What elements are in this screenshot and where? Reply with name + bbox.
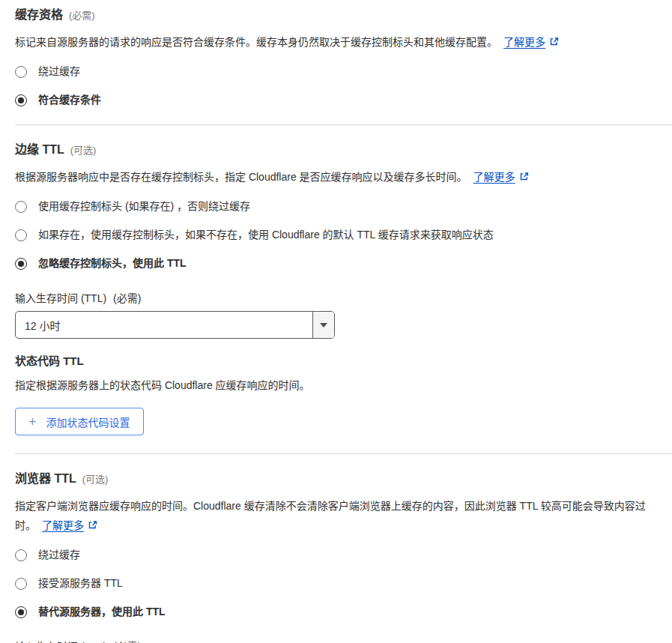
radio-option-cache-control-or-default-ttl[interactable]: 如果存在，使用缓存控制标头，如果不存在，使用 Cloudflare 的默认 TT… bbox=[15, 229, 660, 241]
radio-label: 替代源服务器，使用此 TTL bbox=[38, 606, 166, 618]
section-title-cache-eligibility: 缓存资格 bbox=[15, 4, 63, 22]
section-cache-eligibility: 缓存资格 (必需) 标记来自源服务器的请求的响应是否符合缓存条件。缓存本身仍然取… bbox=[15, 4, 660, 106]
section-title-browser-ttl: 浏览器 TTL bbox=[15, 468, 76, 486]
radio-label: 如果存在，使用缓存控制标头，如果不存在，使用 Cloudflare 的默认 TT… bbox=[38, 229, 494, 241]
optional-badge: (可选) bbox=[82, 471, 109, 486]
chevron-down-icon[interactable] bbox=[312, 312, 334, 338]
learn-more-link[interactable]: 了解更多 bbox=[42, 519, 84, 531]
radio-icon-selected[interactable] bbox=[15, 258, 27, 270]
section-description: 标记来自源服务器的请求的响应是否符合缓存条件。缓存本身仍然取决于缓存控制标头和其… bbox=[15, 32, 660, 52]
radio-icon-selected[interactable] bbox=[15, 606, 27, 618]
section-edge-ttl: 边缘 TTL (可选) 根据源服务器响应中是否存在缓存控制标头，指定 Cloud… bbox=[15, 139, 660, 435]
learn-more-link[interactable]: 了解更多 bbox=[473, 171, 515, 183]
radio-label: 符合缓存条件 bbox=[38, 94, 101, 106]
radio-icon-selected[interactable] bbox=[15, 94, 27, 106]
section-description: 根据源服务器响应中是否存在缓存控制标头，指定 Cloudflare 是否应缓存响… bbox=[15, 167, 660, 187]
description-text: 标记来自源服务器的请求的响应是否符合缓存条件。缓存本身仍然取决于缓存控制标头和其… bbox=[15, 36, 497, 48]
plus-icon: + bbox=[28, 415, 37, 429]
section-description: 指定客户端浏览器应缓存响应的时间。Cloudflare 缓存清除不会清除客户端浏… bbox=[15, 496, 660, 536]
edge-ttl-select[interactable]: 12 小时 bbox=[15, 311, 335, 339]
ttl-required-text: (必需) bbox=[113, 292, 141, 304]
description-text: 指定客户端浏览器应缓存响应的时间。Cloudflare 缓存清除不会清除客户端浏… bbox=[15, 500, 646, 531]
required-badge: (必需) bbox=[69, 7, 95, 22]
radio-icon[interactable] bbox=[15, 549, 27, 561]
radio-option-respect-cache-control[interactable]: 使用缓存控制标头 (如果存在) ，否则绕过缓存 bbox=[15, 200, 660, 213]
description-text: 根据源服务器响应中是否存在缓存控制标头，指定 Cloudflare 是否应缓存响… bbox=[15, 171, 467, 183]
radio-icon[interactable] bbox=[15, 66, 27, 78]
radio-icon[interactable] bbox=[15, 229, 27, 241]
external-link-icon bbox=[549, 33, 559, 52]
add-status-code-button-label: 添加状态代码设置 bbox=[46, 414, 130, 429]
add-status-code-button[interactable]: + 添加状态代码设置 bbox=[15, 408, 144, 435]
radio-option-bypass-cache[interactable]: 绕过缓存 bbox=[15, 65, 660, 78]
browser-ttl-input-label: 输入生存时间 (TTL)(必需) bbox=[15, 639, 660, 643]
radio-label: 绕过缓存 bbox=[38, 65, 80, 78]
radio-label: 绕过缓存 bbox=[38, 549, 80, 561]
section-title-edge-ttl: 边缘 TTL bbox=[15, 139, 64, 157]
radio-label: 忽略缓存控制标头，使用此 TTL bbox=[38, 257, 187, 270]
optional-badge: (可选) bbox=[70, 142, 97, 157]
radio-option-override-origin-use-ttl[interactable]: 替代源服务器，使用此 TTL bbox=[15, 606, 660, 618]
radio-option-bypass-cache[interactable]: 绕过缓存 bbox=[15, 549, 660, 561]
radio-label: 使用缓存控制标头 (如果存在) ，否则绕过缓存 bbox=[38, 200, 250, 213]
ttl-label-text: 输入生存时间 (TTL) bbox=[15, 292, 106, 304]
external-link-icon bbox=[519, 168, 529, 187]
radio-option-respect-origin-ttl[interactable]: 接受源服务器 TTL bbox=[15, 577, 660, 590]
radio-icon[interactable] bbox=[15, 578, 27, 590]
edge-ttl-input-label: 输入生存时间 (TTL)(必需) bbox=[15, 290, 660, 305]
external-link-icon bbox=[88, 516, 97, 536]
radio-option-ignore-cache-control-use-ttl[interactable]: 忽略缓存控制标头，使用此 TTL bbox=[15, 257, 660, 270]
section-divider bbox=[15, 453, 672, 454]
section-divider bbox=[15, 124, 672, 125]
radio-label: 接受源服务器 TTL bbox=[38, 577, 123, 590]
cache-rule-settings-panel: 缓存资格 (必需) 标记来自源服务器的请求的响应是否符合缓存条件。缓存本身仍然取… bbox=[0, 0, 672, 643]
status-code-ttl-description: 指定根据源服务器上的状态代码 Cloudflare 应缓存响应的时间。 bbox=[15, 378, 660, 393]
radio-option-eligible-for-cache[interactable]: 符合缓存条件 bbox=[15, 94, 660, 106]
edge-ttl-select-value: 12 小时 bbox=[16, 312, 312, 338]
radio-icon[interactable] bbox=[15, 201, 27, 213]
section-browser-ttl: 浏览器 TTL (可选) 指定客户端浏览器应缓存响应的时间。Cloudflare… bbox=[15, 468, 660, 643]
learn-more-link[interactable]: 了解更多 bbox=[503, 36, 545, 48]
status-code-ttl-title: 状态代码 TTL bbox=[15, 352, 660, 368]
